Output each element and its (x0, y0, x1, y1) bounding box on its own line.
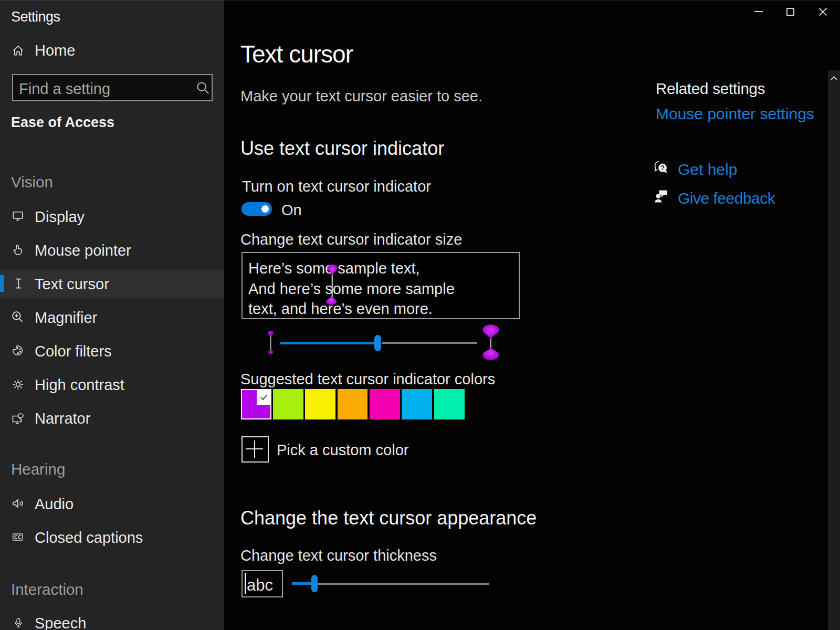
svg-text:?: ? (660, 164, 665, 172)
